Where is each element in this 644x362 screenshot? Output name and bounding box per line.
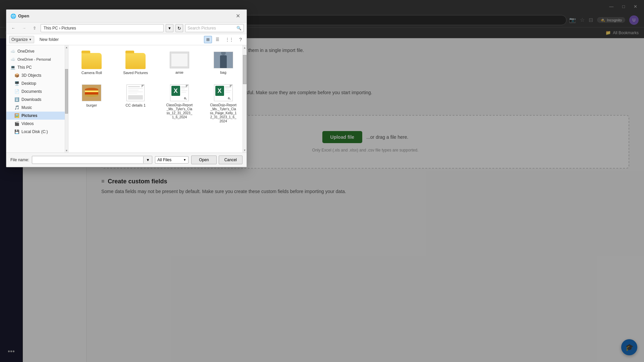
this-pc-icon: 💻 [10, 65, 15, 70]
dialog-action-bar: Organize ▼ New folder ⊞ ☰ ⋮⋮ ? [6, 34, 247, 45]
3d-objects-icon: 📦 [14, 73, 19, 78]
nav-pictures[interactable]: 🖼️ Pictures [6, 112, 68, 120]
file-item-camera-roll[interactable]: Camera Roll [71, 48, 112, 78]
nav-this-pc[interactable]: 💻 This PC [6, 63, 68, 71]
file-name-input[interactable] [32, 156, 143, 164]
dialog-close-button[interactable]: ✕ [233, 12, 243, 20]
cancel-button[interactable]: Cancel [219, 156, 243, 164]
bag-label: bag [220, 70, 226, 74]
dialog-app-icon: 🌐 [10, 13, 16, 19]
file-name-input-container: ▼ [32, 156, 152, 164]
dialog-search-placeholder: Search Pictures [187, 26, 235, 31]
organize-button[interactable]: Organize ▼ [9, 36, 34, 43]
nav-videos[interactable]: 🎬 Videos [6, 120, 68, 128]
local-disk-icon: 💾 [14, 129, 19, 134]
file-type-dropdown-icon: ▼ [183, 158, 186, 162]
columns-view-button[interactable]: ⋮⋮ [223, 36, 236, 43]
dialog-address-bar-row: ← → ⇧ This PC › Pictures ▼ ↻ Search Pict… [6, 22, 247, 34]
nav-downloads[interactable]: ⬇️ Downloads [6, 96, 68, 104]
grid-view-button[interactable]: ⊞ [204, 36, 212, 43]
dialog-footer: File name: ▼ All Files ▼ Open Cancel [6, 153, 247, 167]
nav-onedrive[interactable]: ☁️ OneDrive [6, 47, 68, 55]
desktop-icon: 🖥️ [14, 81, 19, 86]
file-name-dropdown-arrow[interactable]: ▼ [143, 157, 152, 163]
music-icon: 🎵 [14, 105, 19, 110]
help-button[interactable]: ? [237, 36, 244, 43]
nav-local-disk[interactable]: 💾 Local Disk (C:) [6, 128, 68, 136]
file-item-saved-pictures[interactable]: Saved Pictures [115, 48, 156, 78]
camera-roll-label: Camera Roll [82, 70, 102, 75]
dialog-buttons: Open Cancel [191, 156, 243, 164]
files-scrollbar[interactable]: ▲ ▼ [243, 45, 247, 153]
dialog-forward-btn[interactable]: → [20, 24, 29, 32]
file-item-burger[interactable]: burger [71, 81, 112, 126]
dialog-dropdown-btn[interactable]: ▼ [166, 24, 173, 32]
dialog-body: ☁️ OneDrive ☁️ OneDrive - Personal 💻 Thi… [6, 45, 247, 153]
classdojo1-label: ClassDojo-Report_Ms._Tyler's_Class_12_31… [166, 103, 193, 119]
file-item-bag[interactable]: bag [203, 48, 244, 78]
classdojo2-label: ClassDojo-Report_Ms._Tyler's_Class_Paige… [210, 103, 237, 123]
dialog-refresh-btn[interactable]: ↻ [175, 24, 183, 32]
open-button[interactable]: Open [191, 156, 216, 164]
list-view-button[interactable]: ☰ [213, 36, 222, 43]
dialog-breadcrumb[interactable]: This PC › Pictures [41, 24, 164, 32]
open-file-dialog: 🌐 Open ✕ ← → ⇧ This PC › Pictures ▼ ↻ Se… [6, 9, 247, 167]
dialog-nav-panel: ☁️ OneDrive ☁️ OneDrive - Personal 💻 Thi… [6, 45, 68, 153]
dialog-search-box[interactable]: Search Pictures 🔍 [185, 24, 244, 32]
dialog-back-btn[interactable]: ← [9, 24, 18, 32]
nav-music[interactable]: 🎵 Music [6, 104, 68, 112]
cc-details-label: CC details 1 [125, 103, 146, 107]
onedrive-icon: ☁️ [10, 49, 15, 54]
saved-pictures-label: Saved Pictures [123, 70, 148, 75]
file-name-label: File name: [10, 158, 29, 162]
view-controls: ⊞ ☰ ⋮⋮ ? [204, 36, 244, 43]
dialog-up-btn[interactable]: ⇧ [31, 24, 39, 32]
dialog-title-text: Open [18, 13, 29, 18]
dialog-titlebar: 🌐 Open ✕ [6, 10, 247, 22]
file-item-classdojo2[interactable]: X a, ClassDojo-Report_Ms._Tyler's_Class_… [203, 81, 244, 126]
file-item-amie[interactable]: amie [159, 48, 200, 78]
onedrive-personal-icon: ☁️ [10, 57, 15, 62]
search-icon: 🔍 [236, 26, 241, 31]
file-item-classdojo1[interactable]: X a, ClassDojo-Report_Ms._Tyler's_Class_… [159, 81, 200, 126]
amie-label: amie [175, 70, 183, 74]
organize-dropdown-icon: ▼ [29, 38, 32, 41]
nav-desktop[interactable]: 🖥️ Desktop [6, 79, 68, 87]
nav-onedrive-personal[interactable]: ☁️ OneDrive - Personal [6, 55, 68, 63]
nav-3d-objects[interactable]: 📦 3D Objects [6, 71, 68, 79]
burger-label: burger [86, 103, 97, 107]
downloads-icon: ⬇️ [14, 97, 19, 102]
videos-icon: 🎬 [14, 121, 19, 126]
documents-nav-icon: 📄 [14, 89, 19, 94]
new-folder-button[interactable]: New folder [37, 36, 61, 43]
file-item-cc-details[interactable]: CC details 1 [115, 81, 156, 126]
dialog-files-grid: Camera Roll Saved Pictures [68, 45, 247, 153]
nav-scrollbar[interactable]: ▲ ▼ [65, 45, 68, 153]
nav-documents[interactable]: 📄 Documents [6, 87, 68, 96]
file-type-select[interactable]: All Files ▼ [155, 156, 189, 164]
pictures-icon: 🖼️ [14, 113, 19, 118]
